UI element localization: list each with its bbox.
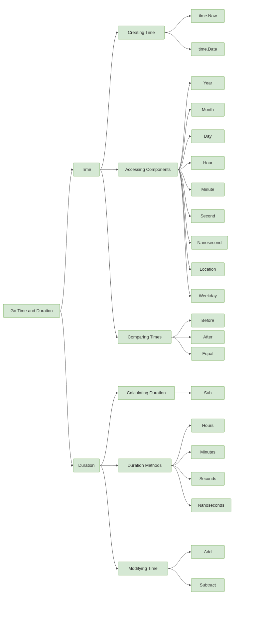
- node-label: Location: [200, 267, 216, 272]
- node-secs: Seconds: [191, 472, 224, 485]
- node-loc: Location: [191, 263, 224, 276]
- node-add: Add: [191, 545, 224, 559]
- node-label: Equal: [202, 351, 213, 356]
- node-after: After: [191, 330, 224, 344]
- node-label: Comparing Times: [128, 334, 162, 339]
- node-wday: Weekday: [191, 289, 224, 303]
- node-label: Minutes: [200, 450, 215, 454]
- node-second: Second: [191, 209, 224, 223]
- node-comparing: Comparing Times: [118, 330, 171, 344]
- node-label: Duration Methods: [128, 463, 162, 468]
- node-day: Day: [191, 130, 224, 143]
- node-root: Go Time and Duration: [3, 304, 60, 318]
- node-label: Time: [82, 167, 91, 172]
- edge: [171, 465, 191, 505]
- node-label: Month: [202, 107, 214, 112]
- edge: [178, 110, 191, 170]
- edge: [100, 33, 118, 170]
- edge: [171, 337, 191, 354]
- node-label: After: [203, 334, 212, 339]
- edge: [100, 393, 118, 465]
- edge: [60, 311, 73, 465]
- edge: [171, 465, 191, 479]
- node-equal: Equal: [191, 347, 224, 360]
- node-mins: Minutes: [191, 446, 224, 459]
- edge: [100, 170, 118, 337]
- node-label: Seconds: [200, 476, 216, 481]
- node-label: Creating Time: [128, 30, 155, 35]
- node-mod: Modifying Time: [118, 562, 168, 575]
- edge: [178, 136, 191, 170]
- edge: [165, 16, 191, 33]
- edge: [178, 170, 191, 296]
- edge: [165, 33, 191, 49]
- node-sub: Sub: [191, 386, 224, 400]
- node-duration: Duration: [73, 459, 100, 472]
- tree-diagram: Go Time and DurationTimeDurationCreating…: [0, 0, 266, 644]
- edge: [171, 426, 191, 465]
- node-accessing: Accessing Components: [118, 163, 178, 176]
- node-label: Calculating Duration: [127, 390, 166, 395]
- edge: [171, 321, 191, 337]
- node-label: Day: [204, 134, 212, 139]
- node-label: Duration: [78, 463, 94, 468]
- node-now: time.Now: [191, 9, 224, 23]
- node-label: Modifying Time: [128, 566, 157, 571]
- edge: [60, 170, 73, 311]
- node-month: Month: [191, 103, 224, 116]
- node-label: Accessing Components: [125, 167, 171, 172]
- node-label: time.Date: [199, 47, 217, 52]
- node-minute: Minute: [191, 183, 224, 196]
- node-label: Go Time and Duration: [10, 308, 53, 313]
- node-nano: Nanosecond: [191, 236, 228, 249]
- node-dmeth: Duration Methods: [118, 459, 171, 472]
- node-label: time.Now: [199, 13, 217, 18]
- node-time: Time: [73, 163, 100, 176]
- node-year: Year: [191, 76, 224, 90]
- edge: [168, 569, 191, 585]
- node-label: Nanoseconds: [198, 503, 224, 508]
- edge: [100, 465, 118, 569]
- node-label: Before: [201, 318, 214, 323]
- node-label: Minute: [201, 187, 214, 192]
- node-label: Second: [200, 213, 215, 218]
- edge: [178, 170, 191, 269]
- edge: [178, 170, 191, 216]
- node-hour: Hour: [191, 156, 224, 170]
- node-label: Weekday: [199, 293, 217, 298]
- node-label: Sub: [204, 390, 211, 395]
- node-before: Before: [191, 314, 224, 327]
- node-label: Year: [203, 80, 212, 85]
- edge: [171, 452, 191, 465]
- edge: [178, 83, 191, 170]
- node-date: time.Date: [191, 43, 224, 56]
- node-calc: Calculating Duration: [118, 386, 175, 400]
- edge: [168, 552, 191, 569]
- node-subtr: Subtract: [191, 579, 224, 592]
- node-label: Hour: [203, 160, 213, 165]
- node-hours: Hours: [191, 419, 224, 432]
- node-label: Hours: [202, 423, 214, 428]
- node-creating: Creating Time: [118, 26, 165, 39]
- node-label: Subtract: [200, 582, 216, 587]
- node-nanos: Nanoseconds: [191, 499, 231, 512]
- node-label: Nanosecond: [198, 240, 222, 245]
- node-label: Add: [204, 549, 211, 554]
